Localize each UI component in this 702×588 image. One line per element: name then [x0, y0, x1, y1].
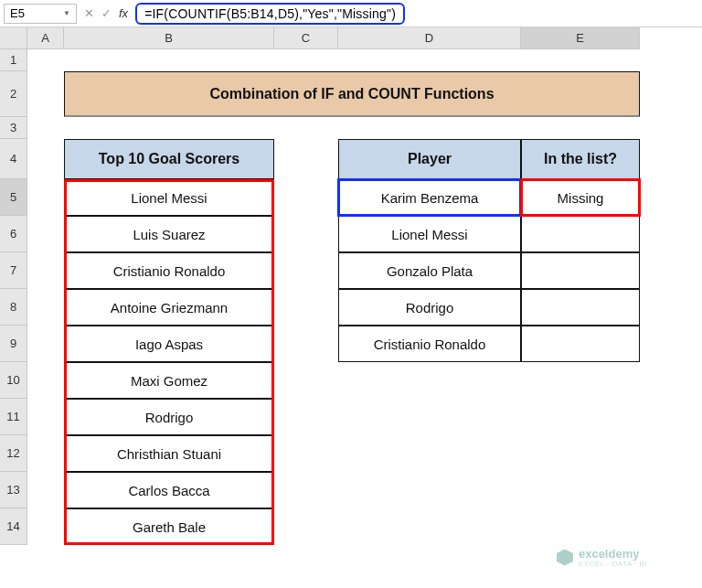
left-header-text: Top 10 Goal Scorers	[99, 151, 239, 167]
column-header-A[interactable]: A	[27, 27, 64, 49]
row-header-12[interactable]: 12	[0, 435, 27, 472]
right-header-inlist: In the list?	[521, 139, 640, 179]
row-header-11[interactable]: 11	[0, 399, 27, 435]
title-text: Combination of IF and COUNT Functions	[209, 86, 494, 102]
row-header-14[interactable]: 14	[0, 508, 27, 545]
column-header-E[interactable]: E	[521, 27, 640, 49]
right-player-cell[interactable]: Karim Benzema	[338, 179, 521, 216]
title-banner: Combination of IF and COUNT Functions	[64, 71, 640, 117]
left-table-cell[interactable]: Lionel Messi	[64, 179, 274, 216]
row-header-3[interactable]: 3	[0, 117, 27, 139]
left-table-cell[interactable]: Carlos Bacca	[64, 472, 274, 508]
right-header-player-text: Player	[408, 151, 452, 167]
right-inlist-cell[interactable]	[521, 289, 640, 326]
chevron-down-icon: ▼	[63, 9, 70, 17]
name-box[interactable]: E5 ▼	[4, 4, 77, 24]
right-player-cell[interactable]: Rodrigo	[338, 289, 521, 326]
right-player-cell[interactable]: Gonzalo Plata	[338, 252, 521, 289]
left-table-cell[interactable]: Antoine Griezmann	[64, 289, 274, 326]
fx-icon[interactable]: fx	[119, 6, 128, 20]
cancel-icon[interactable]: ✕	[84, 6, 94, 20]
right-player-cell[interactable]: Lionel Messi	[338, 216, 521, 252]
row-headers: 1234567891011121314	[0, 49, 27, 545]
right-inlist-cell[interactable]	[521, 252, 640, 289]
left-table-cell[interactable]: Cristianio Ronaldo	[64, 252, 274, 289]
right-inlist-cell[interactable]: Missing	[521, 179, 640, 216]
formula-text: =IF(COUNTIF(B5:B14,D5),"Yes","Missing")	[144, 6, 396, 21]
row-header-6[interactable]: 6	[0, 216, 27, 252]
row-header-5[interactable]: 5	[0, 179, 27, 216]
row-header-1[interactable]: 1	[0, 49, 27, 71]
row-header-2[interactable]: 2	[0, 71, 27, 117]
right-header-player: Player	[338, 139, 521, 179]
name-box-value: E5	[10, 6, 25, 20]
left-table-cell[interactable]: Maxi Gomez	[64, 362, 274, 399]
select-all-corner[interactable]	[0, 27, 27, 49]
column-header-B[interactable]: B	[64, 27, 274, 49]
formula-bar: E5 ▼ ✕ ✓ fx =IF(COUNTIF(B5:B14,D5),"Yes"…	[0, 0, 702, 27]
worksheet-grid[interactable]: ABCDE 1234567891011121314 Combination of…	[0, 27, 702, 588]
formula-bar-icons: ✕ ✓ fx	[77, 6, 135, 20]
left-table-cell[interactable]: Iago Aspas	[64, 326, 274, 362]
row-header-9[interactable]: 9	[0, 326, 27, 362]
column-headers: ABCDE	[27, 27, 640, 49]
left-table-cell[interactable]: Rodrigo	[64, 399, 274, 435]
formula-input[interactable]: =IF(COUNTIF(B5:B14,D5),"Yes","Missing")	[135, 3, 405, 25]
right-inlist-cell[interactable]	[521, 216, 640, 252]
row-header-13[interactable]: 13	[0, 472, 27, 508]
right-header-inlist-text: In the list?	[544, 151, 617, 167]
left-table-header: Top 10 Goal Scorers	[64, 139, 274, 179]
right-inlist-cell[interactable]	[521, 326, 640, 362]
check-icon[interactable]: ✓	[101, 6, 112, 20]
row-header-7[interactable]: 7	[0, 252, 27, 289]
left-table-cell[interactable]: Christhian Stuani	[64, 435, 274, 472]
column-header-C[interactable]: C	[274, 27, 338, 49]
left-table-cell[interactable]: Luis Suarez	[64, 216, 274, 252]
row-header-8[interactable]: 8	[0, 289, 27, 326]
left-table-cell[interactable]: Gareth Bale	[64, 508, 274, 545]
row-header-4[interactable]: 4	[0, 139, 27, 179]
right-player-cell[interactable]: Cristianio Ronaldo	[338, 326, 521, 362]
column-header-D[interactable]: D	[338, 27, 521, 49]
row-header-10[interactable]: 10	[0, 362, 27, 399]
